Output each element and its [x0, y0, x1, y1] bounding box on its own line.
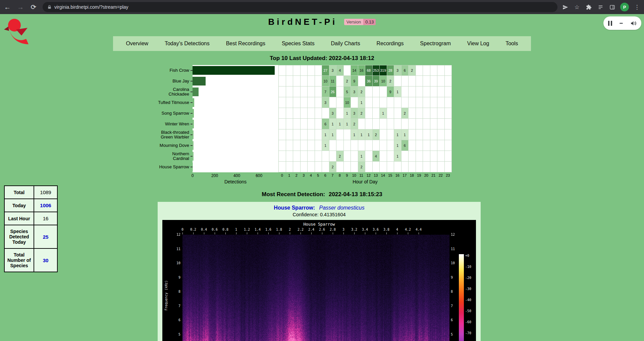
nav-menu: OverviewToday's DetectionsBest Recording… [113, 36, 531, 51]
spectrogram-canvas [182, 235, 449, 341]
nav-item-view-log[interactable]: View Log [465, 40, 491, 48]
heatmap-cell [315, 151, 322, 162]
reload-button[interactable]: ⟳ [28, 1, 39, 13]
time-axis-tickmark [268, 232, 269, 234]
species-label-text: Blue Jay [172, 79, 189, 83]
freq-axis-label-left: 12 [172, 233, 180, 236]
species-label: Winter Wren [137, 119, 193, 129]
heatmap-cell [286, 129, 293, 140]
heatmap-cell: 1 [322, 140, 329, 151]
heatmap-cell: 10 [322, 76, 329, 87]
heatmap-cell [409, 162, 416, 172]
extensions-puzzle-icon[interactable] [585, 3, 592, 11]
stat-value[interactable]: 30 [34, 248, 57, 272]
freq-axis-label-right: 9 [451, 276, 453, 279]
back-button[interactable]: ← [2, 1, 13, 13]
stats-table: Total1089Today1006Last Hour16Species Det… [4, 185, 58, 272]
browser-menu-icon[interactable]: ⋮ [633, 3, 641, 11]
heatmap-cell: 10 [380, 76, 387, 87]
heatmap-cell [437, 162, 445, 172]
time-axis-tickmark [225, 232, 226, 234]
heatmap-row: 2141 [278, 151, 452, 162]
send-icon[interactable] [561, 3, 569, 11]
profile-avatar[interactable]: P [620, 3, 629, 11]
heatmap-cell: 4 [373, 151, 380, 162]
heatmap-cell: 319 [380, 65, 387, 76]
heatmap-cell [301, 87, 308, 97]
heatmap-cell [365, 108, 373, 119]
heatmap-row: 273414166825331928362 [278, 65, 452, 76]
nav-item-recordings[interactable]: Recordings [375, 40, 406, 48]
axis-spacer [137, 172, 193, 178]
detection-count-bar [193, 152, 194, 161]
heatmap-cell [293, 129, 301, 140]
time-axis-tickmark [204, 232, 204, 234]
species-label: Song Sparrow [137, 108, 193, 119]
hour-axis-tick: 1 [286, 173, 293, 178]
nav-item-spectrogram[interactable]: Spectrogram [418, 40, 453, 48]
hour-axis-tick: 0 [278, 173, 286, 178]
heatmap-cell [336, 87, 344, 97]
heatmap-cell [315, 97, 322, 108]
stat-value[interactable]: 25 [34, 225, 57, 248]
heatmap-cell: 68 [365, 65, 373, 76]
bookmark-star-icon[interactable]: ☆ [573, 3, 581, 11]
side-panel-icon[interactable] [608, 3, 616, 11]
forward-button[interactable]: → [15, 1, 26, 13]
heatmap-cell: 2 [358, 87, 366, 97]
stat-value[interactable]: 1006 [34, 199, 57, 212]
heatmap-cell [308, 65, 315, 76]
volume-button[interactable] [630, 20, 637, 26]
audio-player[interactable] [603, 16, 641, 30]
heatmap-cell [387, 108, 394, 119]
version-value: 0.13 [363, 19, 376, 25]
stat-label: Last Hour [4, 212, 34, 225]
detection-count-bar [193, 163, 193, 171]
reading-list-icon[interactable] [597, 3, 604, 11]
stat-value: 16 [34, 212, 57, 225]
nav-item-species-stats[interactable]: Species Stats [280, 40, 317, 48]
heatmap-cell [308, 119, 315, 129]
url-bar[interactable]: virginia.birdnetpi.com/?stream=play [43, 2, 557, 12]
time-axis-tickmark [376, 232, 376, 234]
freq-axis-label-left: 6 [172, 318, 180, 322]
heatmap-cell [329, 151, 337, 162]
heatmap-cell [380, 87, 387, 97]
species-label-text: Fish Crow [169, 68, 189, 73]
time-axis-label: 1.8 [276, 228, 282, 231]
heatmap-cell [336, 162, 344, 172]
nav-item-today-s-detections[interactable]: Today's Detections [163, 40, 212, 48]
nav-item-tools[interactable]: Tools [503, 40, 520, 48]
species-label: Carolina Chickadee [137, 87, 193, 97]
nav-item-daily-charts[interactable]: Daily Charts [329, 40, 362, 48]
hour-axis-tick: 21 [430, 173, 437, 178]
nav-item-best-recordings[interactable]: Best Recordings [224, 40, 267, 48]
detection-scientific-link[interactable]: Passer domesticus [319, 205, 364, 211]
time-axis-label: 0.8 [222, 228, 228, 231]
db-axis-label: -70 [465, 331, 471, 335]
heatmap-cell: 1 [344, 108, 351, 119]
heatmap-cell: 2 [358, 162, 366, 172]
lock-icon [47, 5, 52, 9]
heatmap-cell [373, 87, 380, 97]
heatmap-cell: 253 [373, 65, 380, 76]
time-axis-label: 2.2 [298, 228, 304, 231]
heatmap-cell [380, 97, 387, 108]
heatmap-cell [445, 87, 452, 97]
nav-item-overview[interactable]: Overview [124, 40, 150, 48]
heatmap-cell [445, 129, 452, 140]
heatmap-cell [308, 108, 315, 119]
detection-species-link[interactable]: House Sparrow: [274, 205, 315, 211]
heatmap-cell [409, 76, 416, 87]
time-axis-tickmark [182, 232, 183, 234]
heatmap-cell [315, 108, 322, 119]
time-axis-label: 1.6 [265, 228, 271, 231]
species-label: Blue Jay [137, 76, 193, 87]
heatmap-cell [387, 129, 394, 140]
heatmap-row: 313212 [278, 108, 452, 119]
bar-axis-tick: 400 [233, 173, 240, 178]
heatmap-cell [387, 119, 394, 129]
heatmap-cell [430, 65, 438, 76]
pause-button[interactable] [608, 21, 612, 26]
heatmap-cell [373, 162, 380, 172]
